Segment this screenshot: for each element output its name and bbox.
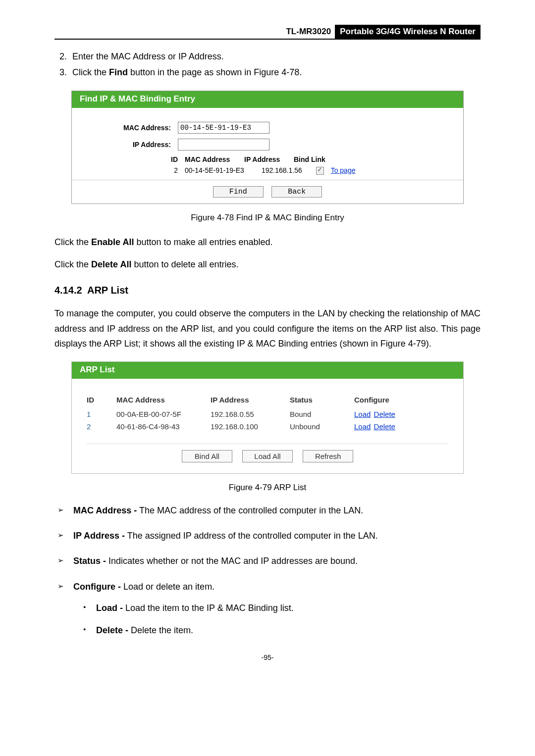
def-configure: Configure - Load or delete an item. Load…: [54, 581, 481, 637]
arp-r2-status: Unbound: [290, 422, 354, 431]
def-load-term: Load -: [96, 603, 123, 613]
delete-suffix: button to delete all entries.: [131, 259, 238, 269]
step-3: Click the Find button in the page as sho…: [69, 64, 481, 80]
bind-checkbox[interactable]: [316, 167, 324, 175]
step-3-bold: Find: [109, 67, 128, 77]
step-3-prefix: Click the: [72, 67, 109, 77]
ip-address-label: IP Address:: [87, 141, 178, 149]
arp-r2-ip: 192.168.0.100: [211, 422, 290, 431]
figure-arp-list: ARP List ID MAC Address IP Address Statu…: [71, 361, 464, 474]
ip-address-input[interactable]: [178, 139, 269, 151]
arp-list-title: ARP List: [72, 362, 463, 379]
enable-prefix: Click the: [54, 237, 91, 247]
section-title: ARP List: [87, 285, 128, 296]
arp-r1-ip: 192.168.0.55: [211, 410, 290, 418]
figure-479-caption: Figure 4-79 ARP List: [54, 483, 481, 493]
arp-r2-id: 2: [87, 422, 116, 431]
figure-find-binding: Find IP & MAC Binding Entry MAC Address:…: [71, 91, 464, 204]
row-mac: 00-14-5E-91-19-E3: [185, 166, 262, 174]
arp-h-id: ID: [87, 396, 116, 404]
row-id: 2: [87, 166, 185, 174]
arp-r2-mac: 40-61-86-C4-98-43: [116, 422, 211, 431]
enable-all-paragraph: Click the Enable All button to make all …: [54, 235, 481, 250]
arp-h-config: Configure: [354, 396, 448, 404]
page-number: -95-: [54, 654, 481, 661]
enable-suffix: button to make all entries enabled.: [134, 237, 272, 247]
def-status-term: Status -: [73, 556, 106, 566]
section-number: 4.14.2: [54, 285, 82, 296]
def-status-desc: Indicates whether or not the MAC and IP …: [106, 556, 358, 566]
instruction-steps: Enter the MAC Address or IP Address. Cli…: [54, 49, 481, 81]
arp-r1-status: Bound: [290, 410, 354, 418]
find-result-row: 2 00-14-5E-91-19-E3 192.168.1.56 To page: [87, 166, 448, 175]
col-mac-header: MAC Address: [185, 155, 244, 163]
arp-row: 2 40-61-86-C4-98-43 192.168.0.100 Unboun…: [87, 420, 448, 433]
find-button[interactable]: Find: [213, 186, 264, 198]
def-ip: IP Address - The assigned IP address of …: [54, 530, 481, 542]
arp-h-ip: IP Address: [211, 396, 290, 404]
def-delete-desc: Delete the item.: [128, 625, 193, 635]
col-ip-header: IP Address: [244, 155, 294, 163]
def-delete-term: Delete -: [96, 625, 128, 635]
load-all-button[interactable]: Load All: [242, 450, 293, 462]
def-status: Status - Indicates whether or not the MA…: [54, 555, 481, 567]
arp-row: 1 00-0A-EB-00-07-5F 192.168.0.55 Bound L…: [87, 408, 448, 420]
section-heading: 4.14.2 ARP List: [54, 285, 481, 296]
delete-bold: Delete All: [91, 259, 131, 269]
arp-h-status: Status: [290, 396, 354, 404]
col-bind-header: Bind Link: [294, 155, 343, 163]
delete-all-paragraph: Click the Delete All button to delete al…: [54, 257, 481, 272]
def-mac-desc: The MAC address of the controlled comput…: [137, 505, 363, 515]
arp-r2-delete-link[interactable]: Delete: [374, 422, 395, 431]
arp-r1-id: 1: [87, 410, 116, 418]
row-ip: 192.168.1.56: [262, 166, 316, 174]
definition-list: MAC Address - The MAC address of the con…: [54, 504, 481, 637]
col-id-header: ID: [87, 155, 185, 163]
arp-table-header: ID MAC Address IP Address Status Configu…: [87, 394, 448, 406]
find-binding-title: Find IP & MAC Binding Entry: [72, 91, 463, 108]
def-config-desc: Load or delete an item.: [121, 582, 214, 592]
enable-bold: Enable All: [91, 237, 134, 247]
page-header-rule: TL-MR3020 Portable 3G/4G Wireless N Rout…: [54, 24, 481, 40]
to-page-link[interactable]: To page: [331, 166, 356, 174]
def-delete: Delete - Delete the item.: [73, 624, 481, 637]
header-description: Portable 3G/4G Wireless N Router: [335, 25, 481, 39]
def-load-desc: Load the item to the IP & MAC Binding li…: [123, 603, 294, 613]
def-load: Load - Load the item to the IP & MAC Bin…: [73, 602, 481, 614]
back-button[interactable]: Back: [271, 186, 322, 198]
arp-h-mac: MAC Address: [116, 396, 211, 404]
mac-address-label: MAC Address:: [87, 124, 178, 132]
arp-r1-load-link[interactable]: Load: [354, 410, 371, 418]
def-config-term: Configure -: [73, 582, 121, 592]
delete-prefix: Click the: [54, 259, 91, 269]
def-mac: MAC Address - The MAC address of the con…: [54, 504, 481, 517]
arp-r1-mac: 00-0A-EB-00-07-5F: [116, 410, 211, 418]
figure-478-caption: Figure 4-78 Find IP & MAC Binding Entry: [54, 213, 481, 223]
def-mac-term: MAC Address -: [73, 505, 137, 515]
header-model: TL-MR3020: [282, 25, 335, 39]
arp-list-description: To manage the computer, you could observ…: [54, 306, 481, 352]
arp-r2-load-link[interactable]: Load: [354, 422, 371, 431]
refresh-button[interactable]: Refresh: [303, 450, 353, 462]
bind-all-button[interactable]: Bind All: [182, 450, 232, 462]
mac-address-input[interactable]: [178, 122, 269, 134]
step-2: Enter the MAC Address or IP Address.: [69, 49, 481, 64]
arp-r1-delete-link[interactable]: Delete: [374, 410, 395, 418]
step-3-suffix: button in the page as shown in Figure 4-…: [128, 67, 302, 77]
def-ip-desc: The assigned IP address of the controlle…: [125, 531, 378, 541]
def-ip-term: IP Address -: [73, 531, 125, 541]
